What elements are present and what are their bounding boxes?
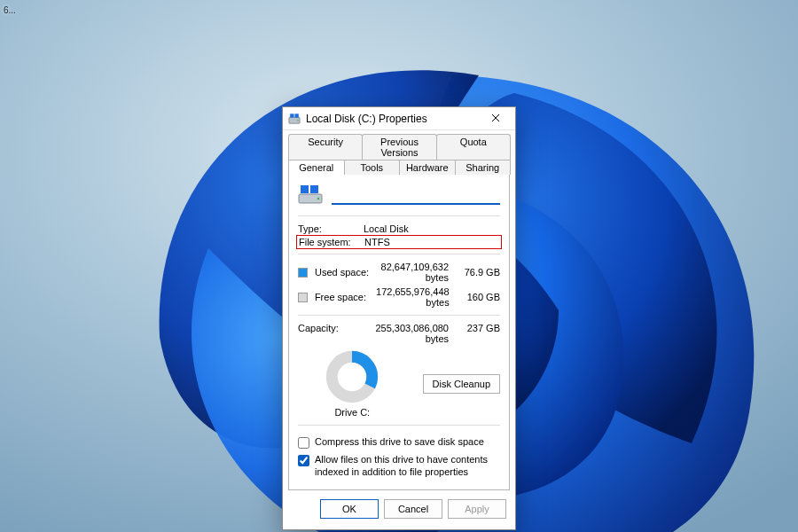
close-icon [491, 112, 500, 125]
capacity-row: Capacity: 255,303,086,080 bytes 237 GB [298, 321, 500, 346]
tab-hardware[interactable]: Hardware [399, 160, 456, 175]
disk-icon [288, 113, 301, 125]
usage-donut-chart [325, 350, 379, 403]
dialog-footer: OK Cancel Apply [283, 490, 515, 529]
svg-point-9 [317, 198, 320, 200]
capacity-bytes: 255,303,086,080 bytes [370, 323, 450, 344]
dialog-title: Local Disk (C:) Properties [306, 113, 476, 125]
cancel-button[interactable]: Cancel [384, 499, 442, 519]
used-space-row: Used space: 82,647,109,632 bytes 76.9 GB [298, 260, 500, 285]
svg-point-5 [297, 119, 299, 121]
svg-rect-4 [294, 113, 298, 117]
type-label: Type: [298, 223, 356, 234]
capacity-label: Capacity: [298, 323, 363, 344]
svg-rect-8 [310, 185, 318, 193]
type-value: Local Disk [364, 223, 409, 234]
divider [298, 425, 500, 426]
properties-dialog: Local Disk (C:) Properties Security Prev… [282, 106, 516, 530]
close-button[interactable] [481, 107, 510, 129]
compress-option[interactable]: Compress this drive to save disk space [298, 436, 500, 449]
free-swatch [298, 293, 308, 302]
free-bytes: 172,655,976,448 bytes [376, 286, 451, 308]
desktop-icon-truncated[interactable]: 6... [4, 5, 16, 15]
tab-security[interactable]: Security [288, 134, 363, 160]
svg-rect-3 [290, 113, 293, 117]
filesystem-value: NTFS [364, 237, 390, 247]
free-space-row: Free space: 172,655,976,448 bytes 160 GB [298, 285, 500, 309]
filesystem-row: File system: NTFS [296, 235, 502, 249]
tab-panel-general: Type: Local Disk File system: NTFS Used … [288, 174, 510, 490]
capacity-human: 237 GB [458, 323, 500, 344]
used-label: Used space: [315, 267, 370, 278]
index-label: Allow files on this drive to have conten… [315, 454, 500, 479]
tab-general[interactable]: General [288, 160, 345, 175]
drive-caption: Drive C: [334, 407, 370, 418]
index-checkbox[interactable] [298, 455, 309, 466]
used-swatch [298, 268, 308, 278]
free-label: Free space: [315, 292, 369, 302]
tab-strip: Security Previous Versions Quota General… [283, 130, 515, 490]
free-human: 160 GB [458, 292, 500, 302]
ok-button[interactable]: OK [320, 499, 379, 519]
titlebar[interactable]: Local Disk (C:) Properties [283, 107, 515, 130]
divider [298, 254, 500, 254]
divider [298, 315, 500, 316]
apply-button[interactable]: Apply [448, 499, 506, 519]
type-row: Type: Local Disk [298, 222, 500, 236]
tab-previous-versions[interactable]: Previous Versions [362, 134, 436, 160]
compress-label: Compress this drive to save disk space [315, 436, 484, 449]
tab-tools[interactable]: Tools [344, 160, 401, 175]
used-human: 76.9 GB [458, 267, 500, 278]
index-option[interactable]: Allow files on this drive to have conten… [298, 454, 500, 479]
tab-quota[interactable]: Quota [436, 134, 511, 160]
tab-sharing[interactable]: Sharing [455, 160, 512, 175]
disk-cleanup-button[interactable]: Disk Cleanup [423, 374, 500, 394]
used-bytes: 82,647,109,632 bytes [377, 262, 450, 283]
divider [298, 215, 500, 216]
drive-icon [298, 184, 323, 205]
drive-name-input[interactable] [332, 187, 500, 205]
compress-checkbox[interactable] [298, 437, 309, 449]
svg-rect-7 [301, 185, 309, 193]
filesystem-label: File system: [299, 237, 357, 247]
